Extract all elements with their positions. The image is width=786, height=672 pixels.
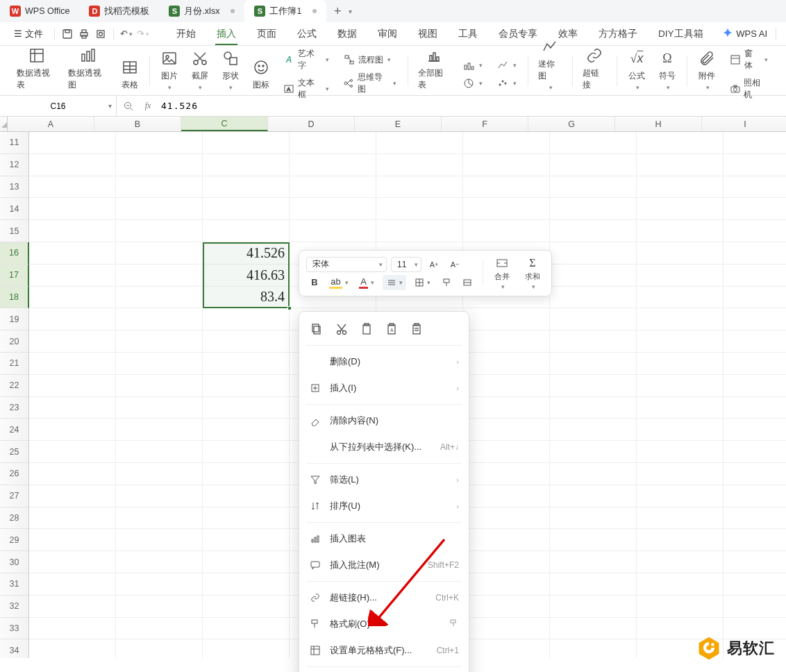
- cell-H16[interactable]: [637, 242, 724, 264]
- menu-tab-9[interactable]: 效率: [557, 24, 579, 44]
- pie-chart-button[interactable]: ▾: [460, 76, 485, 91]
- cell-I29[interactable]: [724, 529, 786, 551]
- cell-B30[interactable]: [116, 551, 203, 573]
- menu-tab-1[interactable]: 插入: [215, 24, 237, 44]
- cell-A28[interactable]: [29, 507, 116, 530]
- paste-icon[interactable]: [359, 321, 374, 337]
- cell-A16[interactable]: [29, 242, 116, 264]
- menu-tab-0[interactable]: 开始: [175, 24, 197, 44]
- decrease-font-icon[interactable]: A−: [446, 257, 463, 272]
- cell-I17[interactable]: [724, 264, 786, 287]
- cell-A14[interactable]: [29, 198, 116, 220]
- cell-H18[interactable]: [637, 287, 724, 309]
- cell-G21[interactable]: [550, 353, 637, 375]
- menu-tab-10[interactable]: 方方格子: [597, 24, 639, 44]
- cell-B12[interactable]: [116, 154, 203, 176]
- cell-H23[interactable]: [637, 397, 724, 419]
- symbol-button[interactable]: Ω符号▾: [656, 44, 678, 95]
- cell-E12[interactable]: [376, 154, 463, 176]
- cell-C20[interactable]: [203, 330, 290, 353]
- cell-B33[interactable]: [116, 618, 203, 640]
- cell-H11[interactable]: [637, 132, 724, 154]
- col-header-A[interactable]: A: [8, 117, 94, 131]
- align-button[interactable]: ▾: [383, 275, 406, 290]
- cell-A15[interactable]: [29, 220, 116, 242]
- cell-H31[interactable]: [637, 573, 724, 596]
- cell-I13[interactable]: [724, 176, 786, 199]
- col-header-I[interactable]: I: [702, 117, 786, 131]
- cell-H32[interactable]: [637, 596, 724, 618]
- cell-G17[interactable]: [550, 264, 637, 287]
- cell-B13[interactable]: [116, 176, 203, 199]
- cell-G16[interactable]: [550, 242, 637, 264]
- menu-tab-3[interactable]: 公式: [296, 24, 318, 44]
- highlight-color-button[interactable]: ab▾: [327, 275, 351, 290]
- cell-C13[interactable]: [203, 176, 290, 199]
- menu-tab-4[interactable]: 数据: [336, 24, 358, 44]
- tab-templates[interactable]: D 找稻壳模板: [79, 0, 159, 22]
- cell-A34[interactable]: [29, 639, 116, 658]
- cell-G28[interactable]: [550, 507, 637, 530]
- cell-A31[interactable]: [29, 573, 116, 596]
- cell-F24[interactable]: [463, 419, 550, 441]
- cell-G23[interactable]: [550, 397, 637, 419]
- cell-G26[interactable]: [550, 463, 637, 485]
- tab-add-button[interactable]: +: [326, 4, 349, 19]
- save-icon[interactable]: [60, 27, 74, 41]
- cell-B22[interactable]: [116, 375, 203, 397]
- cell-G12[interactable]: [550, 154, 637, 176]
- cell-E11[interactable]: [376, 132, 463, 154]
- row-header-12[interactable]: 12: [0, 154, 29, 176]
- cell-G32[interactable]: [550, 596, 637, 618]
- cell-E15[interactable]: [376, 220, 463, 242]
- cell-C18[interactable]: 83.4: [203, 287, 290, 309]
- cell-G15[interactable]: [550, 220, 637, 242]
- row-header-13[interactable]: 13: [0, 176, 29, 199]
- cell-A13[interactable]: [29, 176, 116, 199]
- merge-button[interactable]: 合并▾: [490, 255, 514, 292]
- cell-H20[interactable]: [637, 330, 724, 353]
- cell-F25[interactable]: [463, 441, 550, 463]
- cell-G20[interactable]: [550, 330, 637, 353]
- ctx-format-painter[interactable]: 格式刷(O): [299, 611, 469, 637]
- cell-C34[interactable]: [203, 639, 290, 658]
- cell-F31[interactable]: [463, 573, 550, 596]
- col-header-G[interactable]: G: [528, 117, 615, 131]
- line-chart-button[interactable]: ▾: [494, 58, 519, 73]
- print-preview-icon[interactable]: [94, 27, 108, 41]
- bold-button[interactable]: B: [306, 275, 323, 290]
- cell-C27[interactable]: [203, 485, 290, 507]
- row-header-17[interactable]: 17: [0, 264, 29, 287]
- cell-F30[interactable]: [463, 551, 550, 573]
- bar-chart-button[interactable]: ▾: [460, 58, 485, 73]
- ctx-delete[interactable]: 删除(D)›: [299, 348, 469, 375]
- cell-D15[interactable]: [290, 220, 376, 242]
- cell-B14[interactable]: [116, 198, 203, 220]
- cell-A20[interactable]: [29, 330, 116, 353]
- ctx-filter[interactable]: 筛选(L)›: [299, 467, 469, 493]
- format-painter-button[interactable]: [438, 275, 455, 290]
- cell-H29[interactable]: [637, 529, 724, 551]
- cell-B21[interactable]: [116, 353, 203, 375]
- cell-F33[interactable]: [463, 618, 550, 640]
- cell-I11[interactable]: [724, 132, 786, 154]
- cell-F15[interactable]: [463, 220, 550, 242]
- cell-F23[interactable]: [463, 397, 550, 419]
- cell-I16[interactable]: [724, 242, 786, 264]
- tab-file-1[interactable]: S 月份.xlsx: [159, 0, 244, 22]
- attachment-button[interactable]: 附件▾: [696, 44, 718, 95]
- cell-A25[interactable]: [29, 441, 116, 463]
- cell-G33[interactable]: [550, 618, 637, 640]
- cell-G18[interactable]: [550, 287, 637, 309]
- redo-icon[interactable]: ↷▾: [136, 27, 150, 41]
- cell-F22[interactable]: [463, 375, 550, 397]
- camera-button[interactable]: 照相机: [726, 76, 771, 102]
- cell-G29[interactable]: [550, 529, 637, 551]
- cell-C31[interactable]: [203, 573, 290, 596]
- table-button[interactable]: 表格: [119, 53, 141, 95]
- paste-special-icon[interactable]: [409, 321, 424, 337]
- cell-F29[interactable]: [463, 529, 550, 551]
- cell-B27[interactable]: [116, 485, 203, 507]
- cell-G24[interactable]: [550, 419, 637, 441]
- paste-text-icon[interactable]: A: [384, 321, 399, 337]
